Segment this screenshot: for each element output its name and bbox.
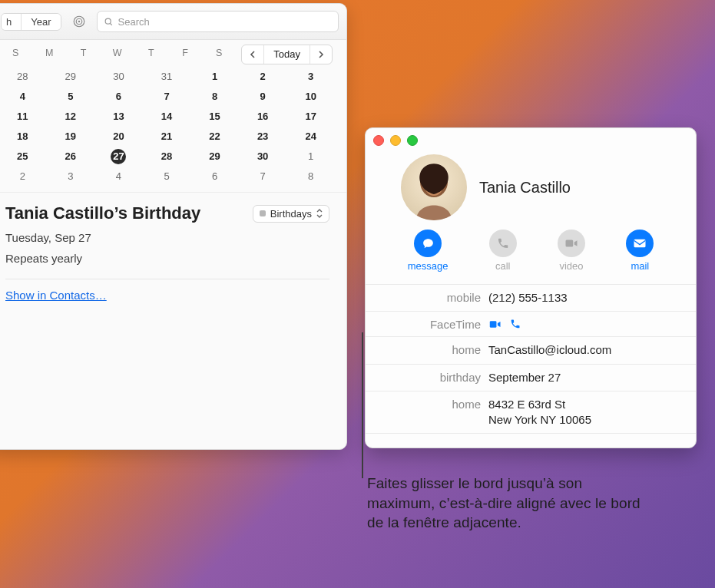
mini-day[interactable]: 20 [97,129,141,144]
mini-day[interactable]: 29 [49,69,93,84]
facetime-icons[interactable] [488,317,696,329]
facetime-video-icon[interactable] [488,319,502,329]
view-seg-month[interactable]: h [2,14,22,30]
contact-fields: mobile (212) 555-1133 FaceTime home TanC… [366,284,696,434]
mini-day[interactable]: 1 [193,69,237,84]
video-icon [558,230,585,257]
facetime-audio-icon[interactable] [510,319,521,329]
calendar-picker[interactable]: Birthdays [253,205,329,223]
search-input[interactable]: Search [97,11,339,32]
mini-day[interactable]: 30 [97,69,141,84]
field-value: 8432 E 63rd StNew York NY 10065 [488,397,696,428]
mini-day[interactable]: 22 [193,129,237,144]
mini-day[interactable]: 25 [1,149,45,164]
today-button[interactable]: Today [264,45,310,64]
contacts-window: Tania Castillo message call video mail [365,127,697,448]
mini-day[interactable]: 23 [241,129,285,144]
mini-day[interactable]: 30 [241,149,285,164]
call-label: call [495,260,511,272]
mini-day[interactable]: 9 [241,89,285,104]
mini-day[interactable]: 6 [97,89,141,104]
svg-rect-9 [634,239,646,248]
event-date: Tuesday, Sep 27 [5,231,329,244]
mini-day[interactable]: 3 [289,69,333,84]
mini-day[interactable]: 4 [97,169,141,184]
mini-day[interactable]: 2 [1,169,45,184]
event-repeat: Repeats yearly [5,252,329,265]
prev-month-button[interactable] [242,45,264,64]
calendar-toolbar: h Year Search [0,4,346,40]
field-home-address[interactable]: home 8432 E 63rd StNew York NY 10065 [366,391,696,434]
month-nav: Today [241,45,333,64]
mini-day[interactable]: 18 [1,129,45,144]
message-label: message [408,260,449,272]
view-seg-year[interactable]: Year [22,14,60,30]
mini-day[interactable]: 11 [1,109,45,124]
svg-rect-8 [566,240,574,247]
field-value: September 27 [488,370,696,385]
field-birthday[interactable]: birthday September 27 [366,365,696,391]
show-in-contacts-link[interactable]: Show in Contacts… [5,289,107,302]
mini-day[interactable]: 10 [289,89,333,104]
mini-day[interactable]: 27 [97,149,141,164]
mini-dow: F [170,48,200,58]
mini-days-grid[interactable]: 2829303112345678910111213141516171819202… [1,69,333,184]
mini-day[interactable]: 5 [49,89,93,104]
mini-day[interactable]: 17 [289,109,333,124]
mini-day[interactable]: 13 [97,109,141,124]
mini-day[interactable]: 7 [145,89,189,104]
minimize-icon[interactable] [390,135,401,146]
mini-day[interactable]: 21 [145,129,189,144]
mini-day[interactable]: 8 [289,169,333,184]
mini-day[interactable]: 14 [145,109,189,124]
field-value: (212) 555-1133 [488,290,696,306]
mini-day[interactable]: 28 [145,149,189,164]
mini-day[interactable]: 12 [49,109,93,124]
mini-day[interactable]: 6 [193,169,237,184]
calendar-picker-label: Birthdays [270,208,312,220]
field-home-email[interactable]: home TanCastillo@icloud.com [366,337,696,364]
view-segmented-control[interactable]: h Year [1,13,61,31]
next-month-button[interactable] [310,45,332,64]
mini-day[interactable]: 15 [193,109,237,124]
avatar[interactable] [401,154,467,220]
mini-day[interactable]: 24 [289,129,333,144]
mini-day[interactable]: 19 [49,129,93,144]
mini-day[interactable]: 28 [1,69,45,84]
mini-day[interactable]: 3 [49,169,93,184]
mail-button[interactable]: mail [626,230,654,272]
mini-day[interactable]: 29 [193,149,237,164]
calendar-color-dot [260,210,266,216]
mini-dow-row: SMTWTFS [1,48,233,58]
mini-day[interactable]: 26 [49,149,93,164]
message-icon [414,230,442,257]
mini-day[interactable]: 31 [145,69,189,84]
field-label: FaceTime [366,317,481,331]
window-traffic-lights[interactable] [373,135,418,146]
airplay-icon[interactable] [68,12,91,31]
video-button[interactable]: video [558,230,585,272]
mini-dow: S [1,48,30,58]
field-facetime[interactable]: FaceTime [366,312,696,337]
mini-day[interactable]: 1 [289,149,333,164]
field-label: home [366,397,481,411]
call-button[interactable]: call [489,230,517,272]
field-mobile[interactable]: mobile (212) 555-1133 [366,285,696,312]
close-icon[interactable] [373,135,384,146]
mini-day[interactable]: 8 [193,89,237,104]
mini-day[interactable]: 4 [1,89,45,104]
divider [5,279,329,279]
contact-actions: message call video mail [366,228,696,284]
mini-day[interactable]: 2 [241,69,285,84]
mini-dow: S [204,48,233,58]
message-button[interactable]: message [408,230,449,272]
mini-day[interactable]: 16 [241,109,285,124]
zoom-icon[interactable] [407,135,418,146]
video-label: video [559,260,583,272]
mini-day[interactable]: 5 [145,169,189,184]
mini-day[interactable]: 7 [241,169,285,184]
field-label: home [366,342,481,356]
mail-icon [626,230,654,257]
field-label: mobile [366,290,481,304]
callout-text: Faites glisser le bord jusqu’à son maxim… [367,474,644,533]
